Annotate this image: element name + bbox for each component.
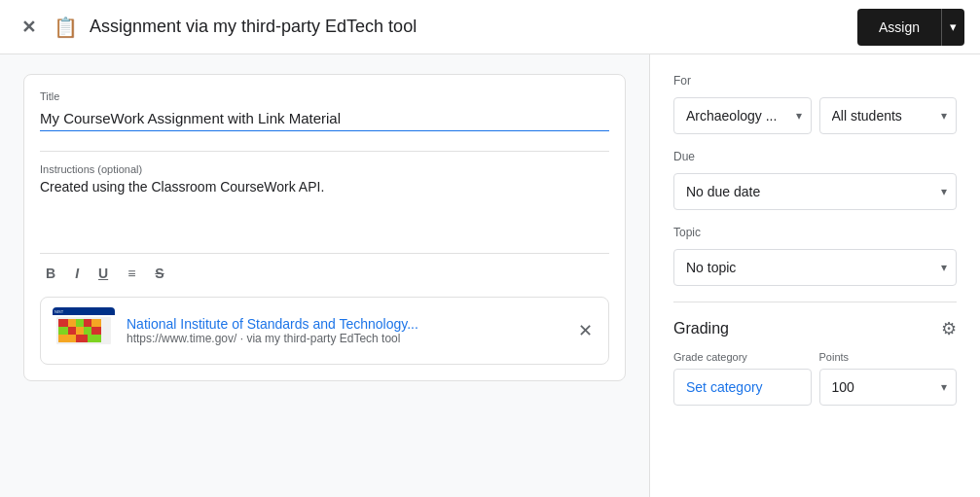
strikethrough-button[interactable]: S: [149, 262, 169, 285]
assign-dropdown-button[interactable]: ▾: [941, 9, 964, 46]
dropdown-arrow-icon: ▾: [950, 19, 957, 34]
due-select-wrapper: No due date ▾: [673, 173, 957, 210]
svg-text:NIST: NIST: [54, 309, 64, 314]
attachment-thumbnail: NIST: [53, 307, 115, 354]
due-select[interactable]: No due date: [673, 173, 957, 210]
svg-rect-16: [88, 335, 101, 342]
for-label: For: [673, 74, 957, 88]
grade-category-column: Grade category Set category: [673, 351, 812, 406]
attachment-url: https://www.time.gov/ · via my third-par…: [127, 332, 563, 345]
svg-rect-11: [76, 327, 84, 335]
grade-category-label: Grade category: [673, 351, 812, 363]
main-layout: Title Instructions (optional) Created us…: [0, 54, 980, 497]
list-icon: ≡: [127, 266, 135, 281]
remove-attachment-button[interactable]: ✕: [574, 316, 597, 345]
strikethrough-icon: S: [155, 266, 163, 281]
svg-rect-5: [68, 319, 76, 327]
assign-button[interactable]: Assign: [857, 9, 941, 46]
topbar: ✕ 📋 Assignment via my third-party EdTech…: [0, 0, 980, 54]
bold-button[interactable]: B: [40, 262, 61, 285]
svg-rect-9: [58, 327, 68, 335]
for-row: Archaeology ... ▾ All students ▾: [673, 97, 957, 134]
topic-select-wrapper: No topic ▾: [673, 249, 957, 286]
right-panel: For Archaeology ... ▾ All students ▾ Due…: [649, 54, 980, 497]
close-button[interactable]: ✕: [16, 13, 42, 42]
left-panel: Title Instructions (optional) Created us…: [0, 54, 649, 497]
grading-divider: [673, 302, 957, 302]
class-select-wrapper: Archaeology ... ▾: [673, 97, 812, 134]
grading-settings-button[interactable]: ⚙: [941, 318, 957, 339]
attachment-item: NIST: [40, 297, 609, 365]
svg-rect-15: [76, 335, 88, 342]
title-input[interactable]: [40, 106, 609, 131]
underline-label: U: [98, 266, 108, 281]
set-category-button[interactable]: Set category: [673, 369, 812, 406]
svg-rect-7: [84, 319, 91, 327]
assign-button-group: Assign ▾: [857, 9, 964, 46]
svg-rect-10: [68, 327, 76, 335]
document-icon: 📋: [54, 16, 78, 39]
grading-header: Grading ⚙: [673, 318, 957, 339]
attachment-info: National Institute of Standards and Tech…: [127, 316, 563, 345]
svg-rect-12: [84, 327, 91, 335]
italic-button[interactable]: I: [69, 262, 85, 285]
svg-rect-4: [58, 319, 68, 327]
topic-label: Topic: [673, 226, 957, 239]
title-label: Title: [40, 90, 609, 102]
svg-rect-14: [58, 335, 76, 342]
list-button[interactable]: ≡: [122, 262, 141, 285]
formatting-toolbar: B I U ≡ S: [40, 253, 609, 285]
instructions-text[interactable]: Created using the Classroom CourseWork A…: [40, 179, 609, 237]
topic-select[interactable]: No topic: [673, 249, 957, 286]
underline-button[interactable]: U: [92, 262, 114, 285]
attachment-title[interactable]: National Institute of Standards and Tech…: [127, 316, 467, 332]
assignment-card: Title Instructions (optional) Created us…: [23, 74, 626, 381]
grading-row: Grade category Set category Points 100 ▾: [673, 351, 957, 406]
due-label: Due: [673, 150, 957, 163]
gear-icon: ⚙: [941, 319, 957, 338]
class-select[interactable]: Archaeology ...: [673, 97, 812, 134]
svg-rect-8: [91, 319, 101, 327]
svg-rect-6: [76, 319, 84, 327]
divider: [40, 151, 609, 152]
grading-title: Grading: [673, 320, 729, 337]
students-select-wrapper: All students ▾: [819, 97, 958, 134]
svg-rect-13: [91, 327, 101, 335]
page-title: Assignment via my third-party EdTech too…: [90, 17, 846, 37]
students-select[interactable]: All students: [819, 97, 958, 134]
points-label: Points: [819, 351, 958, 363]
points-select-wrapper: 100 ▾: [819, 369, 958, 406]
map-svg: NIST: [53, 307, 115, 354]
points-select[interactable]: 100: [819, 369, 958, 406]
close-icon: ✕: [578, 321, 593, 340]
points-column: Points 100 ▾: [819, 351, 958, 406]
instructions-label: Instructions (optional): [40, 163, 609, 175]
